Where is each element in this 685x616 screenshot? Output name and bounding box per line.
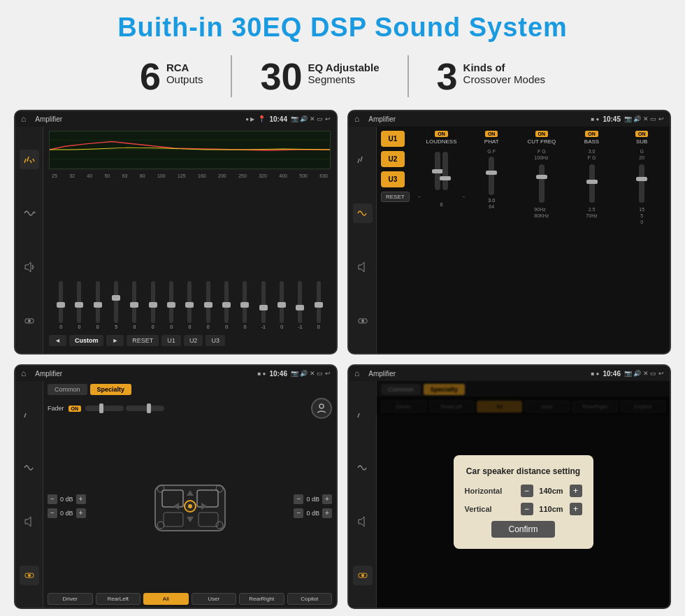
eq-thumb-9[interactable] xyxy=(204,302,212,308)
crossover-sidebar-balance-icon[interactable] xyxy=(353,311,373,331)
fader-thumb-1[interactable] xyxy=(99,403,103,413)
stat-item-rca: 6 RCA Outputs xyxy=(112,57,231,95)
fader-left-bottom-plus[interactable]: + xyxy=(76,508,86,518)
crossover-reset-button[interactable]: RESET xyxy=(381,192,410,202)
fader-left-top-minus[interactable]: − xyxy=(48,494,57,504)
eq-u2-button[interactable]: U2 xyxy=(184,335,203,346)
screen-dialog: ⌂ Amplifier ■ ● 10:46 📷 🔊 ✕ ▭ ↩ xyxy=(347,364,671,609)
eq-thumb-13[interactable] xyxy=(277,302,286,308)
eq-freq-250: 250 xyxy=(238,173,247,178)
dialog-specialty-tab[interactable]: Specialty xyxy=(424,384,466,395)
fader-left-bottom-minus[interactable]: − xyxy=(48,508,57,518)
eq-thumb-11[interactable] xyxy=(240,302,249,308)
cutfreq-thumb[interactable] xyxy=(536,175,547,179)
dialog-common-tab[interactable]: Common xyxy=(381,384,421,395)
fader-sidebar-vol-icon[interactable] xyxy=(20,512,39,531)
eq-thumb-2[interactable] xyxy=(75,302,83,308)
eq-thumb-12[interactable] xyxy=(259,305,268,310)
fader-sidebar-balance-icon[interactable] xyxy=(20,566,39,585)
fader-copilot-button[interactable]: Copilot xyxy=(287,593,333,605)
fader-user-button[interactable]: User xyxy=(192,593,237,605)
fader-specialty-tab[interactable]: Specialty xyxy=(90,384,132,395)
dialog-horizontal-value: 140cm xyxy=(536,487,567,495)
eq-slider-9: 0 xyxy=(199,281,217,329)
eq-thumb-8[interactable] xyxy=(185,302,194,308)
fader-right-bottom-minus[interactable]: − xyxy=(294,508,303,518)
crossover-sidebar-eq-icon[interactable] xyxy=(353,150,373,169)
fader-driver-button[interactable]: Driver xyxy=(48,593,93,605)
fader-rear-left-button[interactable]: RearLeft xyxy=(96,593,141,605)
fader-all-button[interactable]: All xyxy=(143,593,189,605)
fader-left-top-plus[interactable]: + xyxy=(76,494,86,504)
loudness-thumb-1[interactable] xyxy=(432,169,443,173)
fader-right-bottom-plus[interactable]: + xyxy=(322,508,332,518)
fader-left-bottom-value: 0 dB xyxy=(60,510,73,517)
sub-thumb[interactable] xyxy=(636,177,647,181)
dialog-vertical-controls: − 110cm + xyxy=(521,503,582,515)
dialog-horizontal-row: Horizontal − 140cm + xyxy=(465,485,582,497)
eq-prev-button[interactable]: ◄ xyxy=(49,335,66,346)
eq-u1-button[interactable]: U1 xyxy=(161,335,181,346)
fader-common-tab[interactable]: Common xyxy=(48,384,87,395)
stat-label-rca: RCA Outputs xyxy=(166,57,203,85)
eq-custom-button[interactable]: Custom xyxy=(69,335,104,346)
eq-thumb-5[interactable] xyxy=(130,302,138,308)
eq-sidebar-vol-icon[interactable] xyxy=(20,257,39,277)
crossover-sidebar-cross-icon[interactable] xyxy=(353,203,373,223)
svg-line-2 xyxy=(30,160,31,163)
eq-status-bar: ⌂ Amplifier ● ▶ 📍 10:44 📷 🔊 ✕ ▭ ↩ xyxy=(15,111,336,127)
stat-number-eq: 30 xyxy=(260,57,302,95)
fader-right-top-plus[interactable]: + xyxy=(322,494,332,504)
u2-button[interactable]: U2 xyxy=(381,151,405,167)
eq-reset-button[interactable]: RESET xyxy=(127,335,159,346)
eq-thumb-10[interactable] xyxy=(222,302,231,308)
dialog-horizontal-minus[interactable]: − xyxy=(521,485,533,497)
eq-sidebar-wave-icon[interactable] xyxy=(20,203,39,223)
crossover-sidebar-vol-icon[interactable] xyxy=(353,257,373,277)
dialog-confirm-button[interactable]: Confirm xyxy=(491,521,554,538)
eq-sidebar-eq-icon[interactable] xyxy=(20,150,39,169)
dialog-horizontal-plus[interactable]: + xyxy=(570,485,582,497)
eq-sidebar-balance-icon[interactable] xyxy=(20,311,39,331)
eq-thumb-4[interactable] xyxy=(112,295,120,301)
fader-thumb-2[interactable] xyxy=(147,403,151,413)
bass-thumb[interactable] xyxy=(586,180,598,184)
dialog-screen-content: Common Specialty Driver RearLeft All Use… xyxy=(349,381,670,608)
eq-freq-63: 63 xyxy=(122,173,128,178)
dialog-sidebar-wave-icon[interactable] xyxy=(353,458,373,478)
dialog-sidebar-balance-icon[interactable] xyxy=(353,566,373,585)
fader-sliders-h xyxy=(85,406,164,411)
eq-thumb-7[interactable] xyxy=(167,302,175,308)
loudness-thumb-2[interactable] xyxy=(440,176,451,180)
svg-line-1 xyxy=(27,157,29,162)
eq-screen-content: 25 32 40 50 63 80 100 125 160 200 250 32… xyxy=(15,127,336,353)
stat-label-sub-crossover: Crossover Modes xyxy=(463,73,546,85)
crossover-dots: ■ ● xyxy=(591,116,600,122)
dialog-home-icon[interactable]: ⌂ xyxy=(354,368,359,378)
dialog-sidebar-eq-icon[interactable] xyxy=(353,404,373,424)
fader-right-top-minus[interactable]: − xyxy=(294,494,303,504)
eq-next-button[interactable]: ► xyxy=(106,335,124,346)
eq-home-icon[interactable]: ⌂ xyxy=(21,114,26,124)
svg-point-15 xyxy=(361,320,364,322)
u1-button[interactable]: U1 xyxy=(381,131,405,147)
loudness-title: LOUDNESS xyxy=(426,138,457,145)
phat-thumb[interactable] xyxy=(486,171,497,175)
u3-button[interactable]: U3 xyxy=(381,171,405,187)
eq-thumb-14[interactable] xyxy=(296,305,304,310)
fader-rear-right-button[interactable]: RearRight xyxy=(239,593,284,605)
cutfreq-on-badge: ON xyxy=(535,131,549,137)
dialog-sidebar-vol-icon[interactable] xyxy=(353,512,373,531)
dialog-vertical-minus[interactable]: − xyxy=(521,503,533,515)
fader-sidebar-eq-icon[interactable] xyxy=(20,404,39,424)
eq-thumb-1[interactable] xyxy=(57,302,65,308)
eq-thumb-15[interactable] xyxy=(315,302,323,308)
dialog-title: Car speaker distance setting xyxy=(465,466,582,476)
dialog-vertical-plus[interactable]: + xyxy=(570,503,582,515)
fader-sidebar-wave-icon[interactable] xyxy=(20,458,39,478)
eq-thumb-3[interactable] xyxy=(94,302,102,308)
fader-home-icon[interactable]: ⌂ xyxy=(21,368,26,378)
crossover-home-icon[interactable]: ⌂ xyxy=(354,114,359,124)
eq-thumb-6[interactable] xyxy=(149,302,157,308)
eq-u3-button[interactable]: U3 xyxy=(206,335,225,346)
